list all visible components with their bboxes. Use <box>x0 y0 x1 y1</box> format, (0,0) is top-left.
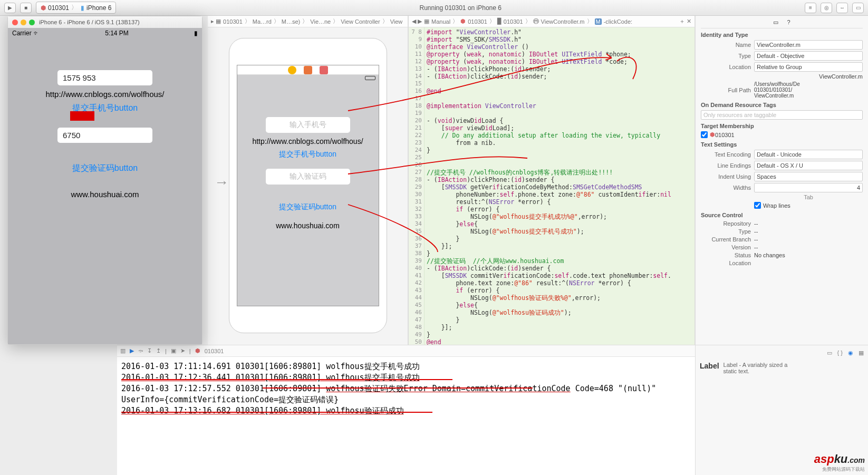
editor-standard-icon[interactable]: ≡ <box>805 3 816 13</box>
location-icon[interactable]: ➤ <box>180 347 185 354</box>
text-encoding-select[interactable]: Default - Unicode <box>754 150 863 159</box>
device-icon: ▮ <box>81 4 84 12</box>
wrap-lines-checkbox[interactable] <box>754 202 761 209</box>
odr-tags-field[interactable]: Only resources are taggable <box>701 110 863 120</box>
full-path-text: /Users/wolfhous/De 010301/010301/ ViewCo… <box>754 81 863 99</box>
indent-select[interactable]: Spaces <box>754 172 863 181</box>
vars-toggle-icon[interactable]: ▥ <box>120 347 126 354</box>
lib-object-icon[interactable]: ◉ <box>848 350 853 356</box>
yellow-dot-icon <box>288 66 296 74</box>
ios-simulator-window: iPhone 6 - iPhone 6 / iOS 9.1 (13B137) C… <box>7 16 202 345</box>
code-placeholder-field[interactable]: 输入验证码 <box>266 169 350 185</box>
red-box-icon <box>320 66 328 74</box>
editor-assistant-icon[interactable]: ◎ <box>821 3 832 13</box>
watermark: aspku.com 免费网站源码下载站 <box>814 452 865 473</box>
editor-version-icon[interactable]: ↔ <box>836 3 848 13</box>
code-textfield[interactable]: 6750 <box>57 128 152 143</box>
device-canvas[interactable]: 输入手机号 http://www.cnblogs.com/wolfhous/ 提… <box>229 38 387 333</box>
ib-footer-label: www.houshuai.com <box>237 221 379 230</box>
stop-button[interactable]: ■ <box>20 3 32 13</box>
location-select[interactable]: Relative to Group <box>754 62 863 72</box>
step-out-icon[interactable]: ↥ <box>156 347 161 354</box>
library-item-desc: Label - A variably sized a static text. <box>724 362 788 374</box>
battery-icon: ▮ <box>194 30 198 37</box>
lib-code-icon[interactable]: { } <box>837 350 843 356</box>
footer-site-label: www.houshuai.com <box>8 190 202 199</box>
redacted-box <box>70 111 94 121</box>
line-gutter: 7 8 9 10 11 12 13 14 15 16 17 18 19 20 2… <box>409 16 425 345</box>
library-item-title[interactable]: Label <box>700 362 719 374</box>
simulator-screen: Carrier ᯤ 5:14 PM ▮ 1575 953 http://www.… <box>8 28 202 344</box>
scheme-target: 010301 <box>48 4 69 12</box>
phone-placeholder-field[interactable]: 输入手机号 <box>266 117 350 133</box>
console-toolbar: ▥ ▶ ⤼ ↧ ↥ | ▣ ➤ | ⬢010301 <box>117 345 695 357</box>
interface-builder-pane: ▸ ▦010301〉 Ma…rd〉M…se)〉 Vie…ne〉View Cont… <box>208 16 408 345</box>
simulator-titlebar: iPhone 6 - iPhone 6 / iOS 9.1 (13B137) <box>8 16 202 28</box>
scheme-selector[interactable]: ⬢ 010301 〉 ▮ iPhone 6 <box>36 2 116 14</box>
status-time: 5:14 PM <box>105 30 129 37</box>
process-name[interactable]: 010301 <box>205 348 224 354</box>
zoom-icon[interactable] <box>29 20 35 25</box>
code-text[interactable]: #import "ViewController.h" #import "SMS_… <box>425 16 695 345</box>
debug-console: ▥ ▶ ⤼ ↧ ↥ | ▣ ➤ | ⬢010301 2016-01-03 17:… <box>117 345 695 475</box>
target-checkbox[interactable] <box>701 131 708 138</box>
simulator-title: iPhone 6 - iPhone 6 / iOS 9.1 (13B137) <box>39 19 140 25</box>
file-inspector-tab-icon[interactable]: ▭ <box>773 19 778 26</box>
minimize-icon[interactable] <box>21 20 26 25</box>
file-type-select[interactable]: Default - Objective <box>754 51 863 61</box>
ib-jump-bar[interactable]: ▸ ▦010301〉 Ma…rd〉M…se)〉 Vie…ne〉View Cont… <box>208 16 408 27</box>
segue-arrow-icon: → <box>214 174 229 191</box>
source-editor[interactable]: ◀ ▶▦Manual〉 ⬢010301〉 ▉010301〉 ⓜViewContr… <box>408 16 695 345</box>
submit-phone-button[interactable]: 提交手机号button <box>8 103 202 114</box>
xcode-toolbar: ▶ ■ ⬢ 010301 〉 ▮ iPhone 6 Running 010301… <box>0 0 868 16</box>
ib-submit-code-button[interactable]: 提交验证码button <box>237 202 379 212</box>
url-label: http://www.cnblogs.com/wolfhous/ <box>8 90 202 99</box>
line-endings-select[interactable]: Default - OS X / U <box>754 161 863 170</box>
ib-submit-phone-button[interactable]: 提交手机号button <box>237 150 379 159</box>
file-inspector: ▭ ? Identity and Type NameViewController… <box>695 16 868 345</box>
debug-view-icon[interactable]: ▣ <box>171 347 176 354</box>
code-jump-bar[interactable]: ◀ ▶▦Manual〉 ⬢010301〉 ▉010301〉 ⓜViewContr… <box>409 16 695 27</box>
storyboard-toolbar <box>237 65 379 75</box>
step-over-icon[interactable]: ⤼ <box>138 347 143 354</box>
activity-status: Running 010301 on iPhone 6 <box>120 4 801 12</box>
ib-url-label: http://www.cnblogs.com/wolfhous/ <box>237 137 379 146</box>
lib-media-icon[interactable]: ▦ <box>859 350 864 356</box>
run-button[interactable]: ▶ <box>4 3 16 13</box>
step-in-icon[interactable]: ↧ <box>147 347 152 354</box>
quickhelp-tab-icon[interactable]: ? <box>787 19 790 26</box>
submit-code-button[interactable]: 提交验证码button <box>8 163 202 174</box>
console-output[interactable]: 2016-01-03 17:11:14.691 010301[1606:8980… <box>117 357 695 421</box>
widths-stepper[interactable]: 4 <box>754 183 863 192</box>
battery-icon <box>365 76 375 80</box>
orange-cube-icon <box>304 66 312 74</box>
continue-icon[interactable]: ▶ <box>130 347 134 354</box>
scheme-device: iPhone 6 <box>86 4 111 12</box>
lib-file-icon[interactable]: ▭ <box>827 350 832 356</box>
file-name-field[interactable]: ViewController.m <box>754 40 863 50</box>
panel-toggle-icon[interactable]: ▭ <box>852 3 864 13</box>
close-icon[interactable] <box>12 20 18 25</box>
carrier-label: Carrier ᯤ <box>12 30 40 37</box>
app-icon: ⬢ <box>41 4 46 12</box>
phone-textfield[interactable]: 1575 953 <box>57 70 152 85</box>
